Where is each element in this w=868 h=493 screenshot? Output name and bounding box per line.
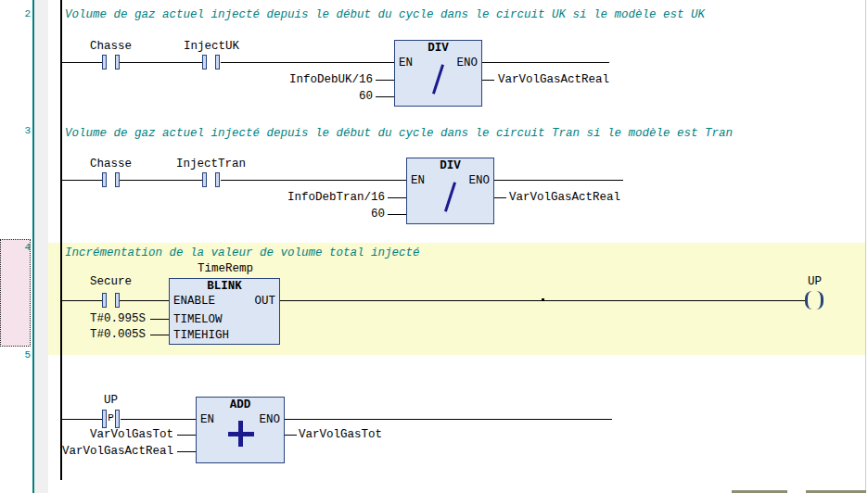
wire: [482, 62, 609, 63]
wire: [177, 451, 196, 452]
contact-label[interactable]: Chasse: [90, 158, 132, 171]
operand-label[interactable]: T#0.005S: [90, 329, 146, 341]
wire: [221, 180, 406, 181]
coil-right-paren-icon: [816, 291, 823, 310]
block-instance-name[interactable]: TimeRemp: [198, 263, 253, 275]
pin-en: EN: [411, 175, 425, 187]
output-operand-label[interactable]: VarVolGasActReal: [509, 192, 620, 204]
gutter-divider: [32, 0, 34, 493]
contact-bar-icon: [202, 172, 207, 187]
rung-number-4[interactable]: 4: [0, 242, 31, 253]
operand-label[interactable]: InfoDebUK/16: [289, 74, 373, 86]
contact-label[interactable]: InjectUK: [184, 41, 239, 53]
wire: [376, 96, 394, 97]
pin-en: EN: [200, 414, 214, 426]
wire: [376, 80, 394, 81]
contact-label[interactable]: Secure: [90, 276, 132, 288]
wire: [221, 62, 394, 63]
contact-bar-icon: [102, 293, 107, 308]
contact-icon[interactable]: [201, 172, 221, 187]
contact-icon[interactable]: [101, 55, 121, 70]
contact-icon[interactable]: [101, 293, 121, 308]
rung-4-selection-marker[interactable]: [0, 239, 31, 347]
plus-operator-icon: [238, 421, 243, 447]
wire: [120, 62, 203, 63]
add-function-block[interactable]: ADD EN ENO: [196, 397, 285, 463]
blink-function-block[interactable]: BLINK ENABLE OUT TIMELOW TIMEHIGH: [169, 278, 280, 345]
wire-junction-dot: [542, 298, 544, 301]
rung-comment[interactable]: Incrémentation de la valeur de volume to…: [65, 246, 420, 259]
operand-label[interactable]: T#0.995S: [90, 313, 146, 325]
left-power-rail: [60, 0, 62, 480]
contact-icon[interactable]: [101, 172, 121, 187]
right-border: [865, 0, 866, 493]
operand-label[interactable]: 60: [371, 209, 385, 221]
coil-label[interactable]: UP: [808, 276, 822, 288]
wire: [285, 419, 612, 420]
output-operand-label[interactable]: VarVolGasActReal: [498, 74, 609, 86]
wire: [120, 180, 203, 181]
contact-icon[interactable]: [201, 55, 221, 70]
wire: [177, 435, 196, 436]
divide-operator-icon: [444, 182, 456, 211]
contact-bar-icon: [215, 55, 220, 70]
block-title: BLINK: [170, 281, 279, 293]
rung-comment[interactable]: Volume de gaz actuel injecté depuis le d…: [65, 127, 733, 140]
operand-label[interactable]: VarVolGasTot: [90, 429, 173, 441]
contact-label[interactable]: UP: [104, 395, 118, 407]
output-operand-label[interactable]: VarVolGasTot: [299, 429, 382, 441]
wire: [150, 319, 169, 320]
operand-label[interactable]: 60: [359, 91, 373, 103]
wire: [388, 214, 406, 215]
block-title: DIV: [395, 43, 481, 55]
rung-number-2[interactable]: 2: [0, 8, 31, 19]
pin-enable: ENABLE: [173, 296, 215, 308]
wire: [285, 435, 297, 436]
positive-edge-contact-icon[interactable]: P: [101, 410, 121, 428]
pin-eno: ENO: [456, 57, 478, 70]
ladder-logic-editor: 2 3 4 5 Volume de gaz actuel injecté dep…: [0, 0, 868, 493]
contact-bar-icon: [215, 172, 220, 187]
wire: [482, 80, 494, 81]
rung-comment[interactable]: Volume de gaz actuel injecté depuis le d…: [65, 8, 705, 21]
pin-eno: ENO: [259, 414, 280, 426]
pin-timelow: TIMELOW: [173, 314, 223, 326]
block-title: DIV: [407, 160, 493, 172]
wire: [62, 180, 102, 181]
coil-left-paren-icon: [805, 291, 812, 310]
pin-eno: ENO: [468, 175, 490, 187]
div-function-block[interactable]: DIV EN ENO: [394, 40, 482, 107]
divide-operator-icon: [432, 64, 444, 94]
operand-label[interactable]: VarVolGasActReal: [62, 446, 173, 458]
edge-modifier-label: P: [101, 412, 121, 423]
contact-bar-icon: [102, 172, 107, 187]
wire: [120, 300, 169, 301]
contact-label[interactable]: Chasse: [90, 41, 132, 53]
wire: [494, 180, 623, 181]
wire: [121, 419, 196, 420]
pin-timehigh: TIMEHIGH: [173, 330, 229, 342]
wire: [62, 419, 102, 420]
gutter-column: [34, 0, 48, 493]
wire: [150, 335, 169, 335]
rung-number-3[interactable]: 3: [0, 125, 31, 136]
div-function-block[interactable]: DIV EN ENO: [406, 158, 494, 224]
block-title: ADD: [197, 399, 284, 411]
contact-bar-icon: [102, 55, 107, 70]
coil-icon[interactable]: [802, 291, 826, 310]
wire: [494, 197, 506, 198]
operand-label[interactable]: InfoDebTran/16: [287, 192, 385, 204]
pin-en: EN: [399, 57, 413, 70]
wire: [388, 197, 406, 198]
pin-out: OUT: [254, 296, 275, 308]
wire: [62, 62, 102, 63]
contact-label[interactable]: InjectTran: [176, 158, 246, 171]
wire: [62, 300, 102, 301]
contact-bar-icon: [202, 55, 207, 70]
rung-number-5[interactable]: 5: [0, 349, 31, 360]
